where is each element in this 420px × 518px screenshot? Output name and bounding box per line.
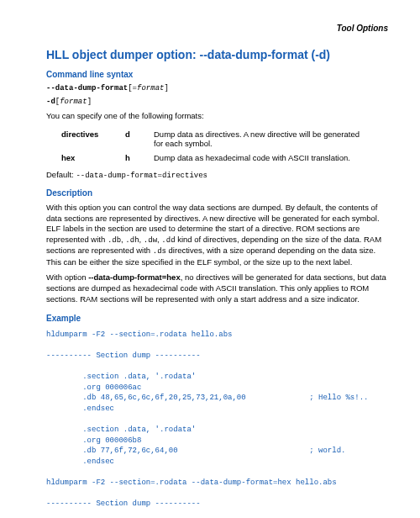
default-line: Default: --data-dump-format=directives xyxy=(46,170,388,180)
desc-bold: --data-dump-format=hex xyxy=(88,272,181,282)
syntax-bracket-close: ] xyxy=(164,84,168,92)
description-heading: Description xyxy=(46,188,388,198)
header-section: Tool Options xyxy=(46,24,388,33)
table-row: hex h Dump data as hexadecimal code with… xyxy=(61,151,375,165)
syntax-heading: Command line syntax xyxy=(46,70,388,79)
default-value: --data-dump-format=directives xyxy=(76,172,207,180)
default-label: Default: xyxy=(46,170,76,179)
page: Tool Options HLL object dumper option: -… xyxy=(0,0,420,518)
desc-code: .dw xyxy=(144,236,157,245)
format-key: directives xyxy=(61,127,125,151)
desc-code: .dd xyxy=(161,236,175,245)
format-short: d xyxy=(125,127,154,151)
syntax-format-2: format xyxy=(60,98,87,106)
syntax-line-2: -d[format] xyxy=(46,98,388,106)
syntax-format: format xyxy=(137,84,164,92)
example-code: hldumparm -F2 --section=.rodata hello.ab… xyxy=(46,330,388,518)
desc-text: With option xyxy=(46,272,88,282)
description-p2: With option --data-dump-format=hex, no d… xyxy=(46,272,388,304)
desc-code: .db xyxy=(108,236,121,245)
example-heading: Example xyxy=(46,314,388,323)
formats-intro: You can specify one of the following for… xyxy=(46,111,388,122)
desc-code: .dh xyxy=(125,236,139,245)
format-short: h xyxy=(125,151,154,165)
syntax-opt-short: -d xyxy=(46,98,55,106)
page-title: HLL object dumper option: --data-dump-fo… xyxy=(46,48,388,61)
format-desc: Dump data as hexadecimal code with ASCII… xyxy=(154,151,375,165)
syntax-bracket: [= xyxy=(128,84,137,92)
syntax-line-1: --data-dump-format[=format] xyxy=(46,84,388,92)
table-row: directives d Dump data as directives. A … xyxy=(61,127,375,151)
description-p1: With this option you can control the way… xyxy=(46,203,388,268)
syntax-bracket-close-2: ] xyxy=(87,98,92,106)
formats-table: directives d Dump data as directives. A … xyxy=(61,127,375,165)
format-key: hex xyxy=(61,151,125,165)
desc-code: .ds xyxy=(153,247,166,256)
syntax-opt-long: --data-dump-format xyxy=(46,84,128,92)
format-desc: Dump data as directives. A new directive… xyxy=(154,127,375,151)
